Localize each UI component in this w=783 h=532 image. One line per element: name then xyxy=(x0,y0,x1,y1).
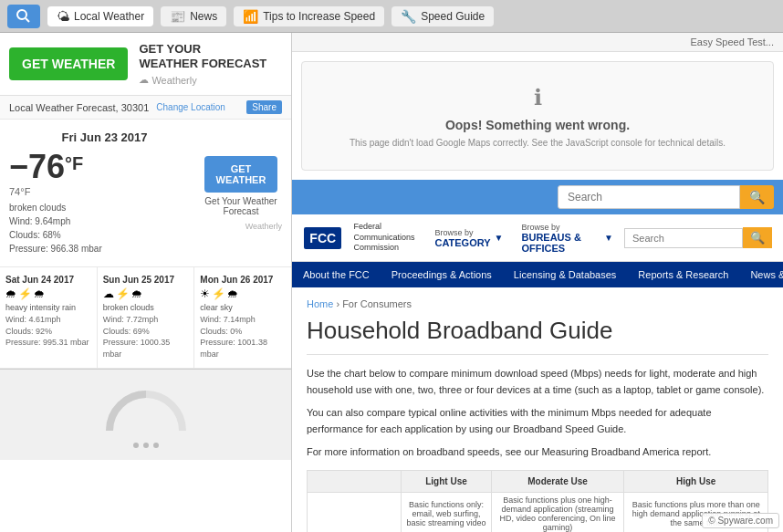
tab-news[interactable]: 📰 News xyxy=(161,6,226,26)
dots-row xyxy=(100,443,192,448)
page-title: Household Broadband Guide xyxy=(307,317,768,355)
table-header-row-label xyxy=(308,471,402,493)
forecast-icons-3: ☀ ⚡ 🌧 xyxy=(200,287,286,300)
get-weather-button-sm[interactable]: GET WEATHER xyxy=(204,156,277,193)
search-bar-large: 🔍 xyxy=(292,180,783,214)
content-para-1: Use the chart below to compare minimum d… xyxy=(307,366,768,398)
weather-desc: broken clouds Wind: 9.64mph Clouds: 68% … xyxy=(9,201,200,256)
weather-forecast-title: GET YOUR WEATHER FORECAST ☁ Weatherly xyxy=(139,42,282,86)
fcc-nav: About the FCC Proceedings & Actions Lice… xyxy=(292,262,783,287)
right-content: Easy Speed Test... ℹ Oops! Something wen… xyxy=(292,33,783,532)
get-weather-label: Get Your Weather Forecast xyxy=(200,196,282,216)
table-subheader-label xyxy=(308,493,402,532)
weather-panel: GET WEATHER GET YOUR WEATHER FORECAST ☁ … xyxy=(0,33,292,532)
oops-icon: ℹ xyxy=(534,85,542,110)
browse-bureaus[interactable]: Browse by BUREAUS & OFFICES ▼ xyxy=(522,223,614,254)
browse-cat-label: Browse by xyxy=(434,228,490,237)
location-text: Local Weather Forecast, 30301 xyxy=(9,102,149,113)
fcc-browse: Browse by CATEGORY ▼ Browse by BUREAUS &… xyxy=(434,223,613,254)
fcc-content: Home › For Consumers Household Broadband… xyxy=(292,287,783,532)
dot-3 xyxy=(153,443,159,448)
content-para-2: You can also compare typical online acti… xyxy=(307,405,768,437)
table-header-light: Light Use xyxy=(402,471,491,493)
browser-search-button[interactable] xyxy=(7,5,40,28)
forecast-desc-3: clear sky xyxy=(200,303,286,312)
chevron-down-icon-cat: ▼ xyxy=(495,233,504,243)
browse-cat-main: CATEGORY xyxy=(434,237,490,248)
nav-about-fcc[interactable]: About the FCC xyxy=(292,262,381,287)
tab-speed-guide[interactable]: 🔧 Speed Guide xyxy=(392,6,494,26)
forecast-icons-2: ☁ ⚡ 🌧 xyxy=(103,287,189,300)
main-date: Fri Jun 23 2017 xyxy=(9,130,200,144)
get-weather-button[interactable]: GET WEATHER xyxy=(9,47,128,80)
svg-line-1 xyxy=(26,18,29,22)
tab-tips-speed[interactable]: 📶 Tips to Increase Speed xyxy=(234,6,384,26)
speed-test-area xyxy=(0,369,292,460)
forecast-icon-2a: ☁ xyxy=(103,287,114,300)
forecast-icon-1a: 🌧 xyxy=(5,287,16,300)
breadcrumb-home[interactable]: Home xyxy=(307,298,333,309)
main-temp: − 76 °F xyxy=(9,148,200,186)
fcc-search-input[interactable] xyxy=(624,228,743,248)
tab-local-weather[interactable]: 🌤 Local Weather xyxy=(47,6,153,26)
table-header-high: High Use xyxy=(624,471,768,493)
fcc-header: FCC Federal Communications Commission Br… xyxy=(292,214,783,262)
browse-bureau-label: Browse by xyxy=(522,223,601,232)
oops-section: ℹ Oops! Something went wrong. This page … xyxy=(301,61,774,171)
main-weather-section: Fri Jun 23 2017 − 76 °F 74°F broken clou… xyxy=(0,120,291,267)
browse-bureau-wrap: Browse by BUREAUS & OFFICES xyxy=(522,223,601,254)
fcc-search-button[interactable]: 🔍 xyxy=(743,227,772,248)
speed-gauge-widget xyxy=(100,381,192,448)
location-bar: Local Weather Forecast, 30301 Change Loc… xyxy=(0,96,291,120)
watermark-text: © Spyware.com xyxy=(708,516,773,526)
nav-reports[interactable]: Reports & Research xyxy=(627,262,739,287)
main-content: GET WEATHER GET YOUR WEATHER FORECAST ☁ … xyxy=(0,33,783,532)
tab-news-label: News xyxy=(190,10,217,23)
forecast-icon-1c: 🌧 xyxy=(34,287,45,300)
weather-tab-icon: 🌤 xyxy=(57,9,69,24)
tab-tips-label: Tips to Increase Speed xyxy=(263,10,375,23)
nav-proceedings[interactable]: Proceedings & Actions xyxy=(381,262,503,287)
forecast-icon-2b: ⚡ xyxy=(116,287,130,300)
forecast-row: Sat Jun 24 2017 🌧 ⚡ 🌧 heavy intensity ra… xyxy=(0,267,291,368)
forecast-detail-1: Wind: 4.61mph Clouds: 92% Pressure: 995.… xyxy=(5,314,91,349)
share-button[interactable]: Share xyxy=(246,100,282,114)
oops-title: Oops! Something went wrong. xyxy=(445,118,630,132)
browser-bar: 🌤 Local Weather 📰 News 📶 Tips to Increas… xyxy=(0,0,783,33)
forecast-icons-1: 🌧 ⚡ 🌧 xyxy=(5,287,91,300)
weather-title-line1: GET YOUR xyxy=(139,42,282,57)
weatherly-logo: ☁ Weatherly xyxy=(139,74,282,86)
weather-header: GET WEATHER GET YOUR WEATHER FORECAST ☁ … xyxy=(0,33,291,96)
nav-licensing[interactable]: Licensing & Databases xyxy=(503,262,628,287)
search-input-large[interactable] xyxy=(558,185,740,209)
table-subheader-moderate: Basic functions plus one high-demand app… xyxy=(491,493,624,532)
fcc-search-wrap: 🔍 xyxy=(624,227,772,248)
dot-1 xyxy=(133,443,139,448)
watermark: © Spyware.com xyxy=(702,513,779,528)
change-location-link[interactable]: Change Location xyxy=(156,102,225,112)
search-go-button[interactable]: 🔍 xyxy=(740,185,774,209)
chevron-down-icon-bureau: ▼ xyxy=(604,233,613,243)
fcc-logo-text: FCC xyxy=(309,231,336,245)
forecast-date-1: Sat Jun 24 2017 xyxy=(5,275,91,285)
speed-gauge-svg xyxy=(100,381,192,435)
easy-speed-label: Easy Speed Test... xyxy=(690,37,774,47)
main-temp-section: Fri Jun 23 2017 − 76 °F 74°F broken clou… xyxy=(9,130,200,256)
forecast-day-2: Sun Jun 25 2017 ☁ ⚡ 🌧 broken clouds Wind… xyxy=(98,267,195,367)
temp-minus-icon: − xyxy=(9,148,28,186)
browse-bureau-main: BUREAUS & OFFICES xyxy=(522,232,601,254)
breadcrumb-consumers: For Consumers xyxy=(342,298,412,309)
forecast-detail-3: Wind: 7.14mph Clouds: 0% Pressure: 1001.… xyxy=(200,314,286,360)
weather-title-line2: WEATHER FORECAST xyxy=(139,57,282,71)
forecast-day-1: Sat Jun 24 2017 🌧 ⚡ 🌧 heavy intensity ra… xyxy=(0,267,98,367)
browse-category[interactable]: Browse by CATEGORY ▼ xyxy=(434,228,503,248)
browse-cat-wrap: Browse by CATEGORY xyxy=(434,228,490,248)
forecast-desc-2: broken clouds xyxy=(103,303,189,312)
forecast-date-2: Sun Jun 25 2017 xyxy=(103,275,189,285)
fcc-org-name: Federal Communications Commission xyxy=(353,222,414,254)
forecast-desc-1: heavy intensity rain xyxy=(5,303,91,312)
nav-news-events[interactable]: News & Events xyxy=(739,262,783,287)
forecast-icon-3a: ☀ xyxy=(200,287,210,300)
easy-speed-bar: Easy Speed Test... xyxy=(292,33,783,52)
forecast-icon-3b: ⚡ xyxy=(212,287,225,300)
